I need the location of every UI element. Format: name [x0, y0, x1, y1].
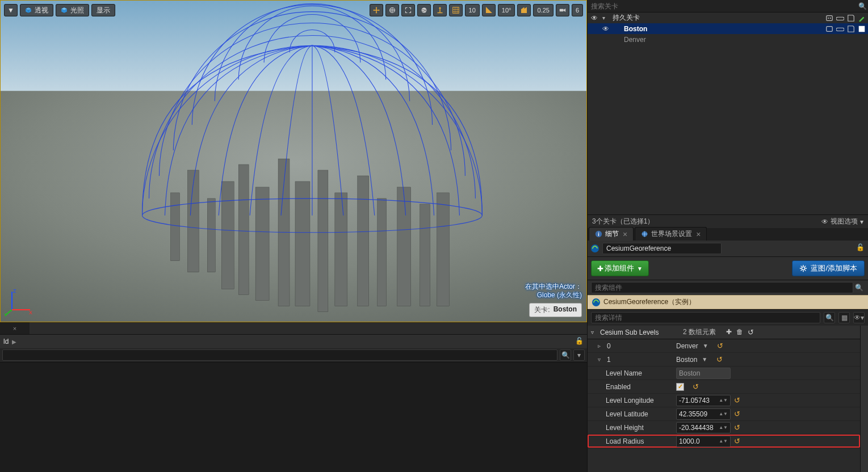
- prop-load-radius[interactable]: Load Radius 1000.0▲▼ ↺: [588, 435, 860, 448]
- transform-world-button[interactable]: [417, 4, 431, 16]
- latitude-input[interactable]: 42.35509▲▼: [676, 408, 731, 420]
- content-browser-search-input[interactable]: [2, 349, 557, 361]
- svg-rect-11: [335, 193, 347, 306]
- scale-snap-button[interactable]: [517, 4, 531, 16]
- prop-level-name[interactable]: Level Name Boston: [588, 366, 860, 380]
- view-options-button[interactable]: 👁 视图选项▾: [821, 217, 863, 226]
- tab-details[interactable]: i 细节×: [589, 227, 634, 241]
- load-radius-input[interactable]: 1000.0▲▼: [676, 436, 731, 447]
- reset-icon[interactable]: ↺: [748, 328, 754, 336]
- angle-snap-button[interactable]: [482, 4, 496, 16]
- checkbox-checked-icon[interactable]: ✓: [676, 383, 684, 391]
- svg-rect-40: [859, 26, 865, 32]
- viewport[interactable]: ▼ 透视 光照 显示 10: [0, 0, 587, 322]
- viewport-show-button[interactable]: 显示: [91, 4, 115, 16]
- kismet-icon[interactable]: [825, 14, 833, 22]
- gamepad-icon[interactable]: [836, 25, 844, 33]
- viewport-menu-button[interactable]: ▼: [4, 4, 18, 16]
- prop-enabled[interactable]: Enabled ✓ ↺: [588, 380, 860, 394]
- svg-text:X: X: [29, 310, 32, 315]
- levels-footer: 3个关卡（已选择1） 👁 视图选项▾: [588, 214, 868, 228]
- close-icon[interactable]: ×: [623, 230, 627, 239]
- search-icon[interactable]: 🔍: [824, 312, 835, 323]
- gamepad-icon[interactable]: [836, 14, 844, 22]
- surface-snap-button[interactable]: [433, 4, 447, 16]
- level-row-persistent[interactable]: 👁 ▾ 持久关卡: [588, 12, 868, 23]
- scale-snap-value[interactable]: 0.25: [533, 4, 553, 16]
- kismet-icon[interactable]: [825, 25, 833, 33]
- search-icon[interactable]: 🔍: [857, 2, 868, 10]
- height-input[interactable]: -20.344438▲▼: [676, 422, 731, 433]
- blueprint-button[interactable]: 蓝图/添加脚本: [792, 260, 865, 276]
- reset-icon[interactable]: ↺: [734, 410, 740, 418]
- eye-dropdown-icon[interactable]: 👁▾: [853, 312, 865, 323]
- save-icon[interactable]: [847, 14, 855, 22]
- gear-icon: [799, 264, 807, 272]
- level-row-boston[interactable]: 👁 Boston: [588, 23, 868, 34]
- reset-icon[interactable]: ↺: [734, 423, 740, 432]
- property-grid[interactable]: ▿ Cesium Sub Levels 2 数组元素 ✚ 🗑 ↺ ▹0 Denv…: [588, 326, 860, 472]
- reset-icon[interactable]: ↺: [734, 396, 740, 404]
- grid-snap-button[interactable]: [449, 4, 463, 16]
- array-index-0[interactable]: ▹0 Denver▼ ↺: [588, 339, 860, 353]
- angle-snap-value[interactable]: 10°: [498, 4, 515, 16]
- prop-latitude[interactable]: Level Latitude 42.35509▲▼ ↺: [588, 407, 860, 421]
- globe-icon: [641, 230, 648, 238]
- transform-globe-button[interactable]: [385, 4, 399, 16]
- lock-icon[interactable]: 🔓: [575, 337, 584, 345]
- color-icon[interactable]: [858, 14, 866, 22]
- viewport-level-chip[interactable]: 关卡: Boston: [529, 303, 582, 317]
- scrollbar[interactable]: [860, 326, 868, 472]
- close-icon[interactable]: ×: [696, 230, 701, 239]
- lock-icon[interactable]: 🔓: [856, 243, 865, 251]
- longitude-input[interactable]: -71.05743▲▼: [676, 395, 731, 406]
- svg-rect-2: [170, 193, 179, 261]
- viewport-lighting-button[interactable]: 光照: [56, 4, 89, 16]
- prop-height[interactable]: Level Height -20.344438▲▼ ↺: [588, 421, 860, 435]
- search-icon[interactable]: 🔍: [560, 349, 571, 361]
- array-index-1[interactable]: ▿1 Boston▼ ↺: [588, 353, 860, 366]
- camera-speed-button[interactable]: [556, 4, 569, 16]
- svg-point-44: [802, 267, 805, 269]
- svg-rect-16: [437, 193, 450, 306]
- levels-tree[interactable]: 👁 ▾ 持久关卡 👁 Boston: [588, 12, 868, 214]
- svg-rect-7: [255, 187, 269, 301]
- add-component-button[interactable]: ✚ 添加组件▼: [591, 260, 649, 276]
- tab-world-settings[interactable]: 世界场景设置×: [635, 227, 707, 241]
- viewport-callout: 在其中选中Actor： Globe (永久性): [525, 283, 582, 300]
- save-icon[interactable]: [847, 25, 855, 33]
- search-icon[interactable]: 🔍: [853, 282, 865, 293]
- camera-speed-value[interactable]: 6: [572, 4, 583, 16]
- visibility-icon[interactable]: 👁: [601, 25, 610, 33]
- component-search-input[interactable]: [591, 282, 853, 293]
- reset-icon[interactable]: ↺: [734, 437, 740, 445]
- add-element-icon[interactable]: ✚: [726, 328, 732, 336]
- prop-longitude[interactable]: Level Longitude -71.05743▲▼ ↺: [588, 394, 860, 407]
- reset-icon[interactable]: ↺: [693, 382, 699, 391]
- grid-snap-value[interactable]: 10: [465, 4, 480, 16]
- transform-move-button[interactable]: [370, 4, 383, 16]
- levels-search-input[interactable]: [588, 1, 857, 11]
- level-row-denver[interactable]: Denver: [588, 34, 868, 45]
- svg-rect-14: [397, 187, 411, 306]
- chevron-right-icon: ▶: [12, 339, 16, 345]
- content-browser-breadcrumb[interactable]: ld ▶ 🔓: [0, 335, 587, 348]
- visibility-icon[interactable]: 👁: [590, 14, 599, 22]
- transform-expand-button[interactable]: [401, 4, 415, 16]
- component-root-row[interactable]: CesiumGeoreference（实例）: [588, 295, 868, 309]
- color-icon[interactable]: [858, 25, 866, 33]
- property-matrix-icon[interactable]: ▦: [838, 312, 850, 323]
- filter-icon[interactable]: ▾: [573, 349, 585, 361]
- svg-rect-10: [318, 170, 328, 312]
- tab-close-button[interactable]: ×: [0, 322, 30, 334]
- section-cesium-sublevels[interactable]: ▿ Cesium Sub Levels 2 数组元素 ✚ 🗑 ↺: [588, 326, 860, 339]
- actor-name-field[interactable]: CesiumGeoreference: [602, 243, 722, 254]
- details-search-input[interactable]: [591, 312, 820, 323]
- content-browser-body[interactable]: [0, 362, 587, 472]
- viewport-perspective-button[interactable]: 透视: [20, 4, 53, 16]
- expand-arrow-icon[interactable]: ▾: [602, 15, 609, 21]
- clear-array-icon[interactable]: 🗑: [736, 328, 743, 336]
- svg-rect-29: [560, 9, 564, 12]
- reset-icon[interactable]: ↺: [716, 355, 723, 364]
- reset-icon[interactable]: ↺: [717, 342, 723, 350]
